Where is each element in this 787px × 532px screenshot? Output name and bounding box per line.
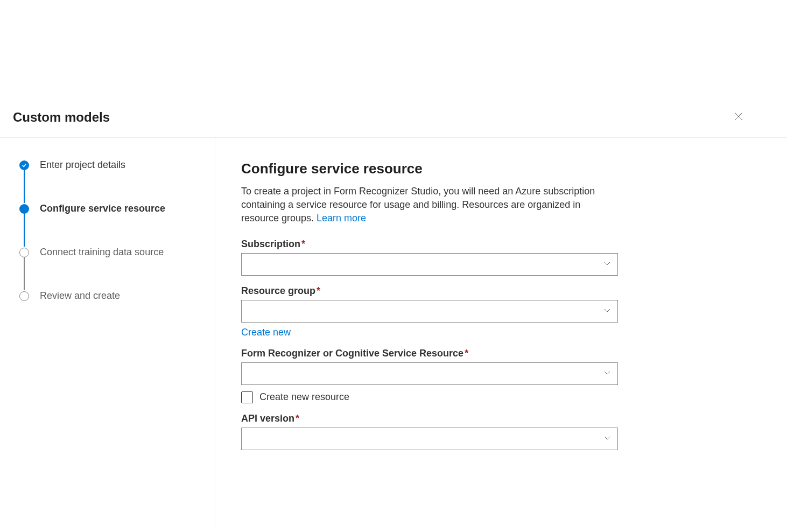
field-form-recognizer-resource: Form Recognizer or Cognitive Service Res… [241, 348, 618, 403]
field-api-version: API version* [241, 413, 618, 450]
resource-group-label: Resource group* [241, 285, 618, 297]
subscription-label: Subscription* [241, 239, 618, 250]
learn-more-link[interactable]: Learn more [317, 213, 366, 223]
form-recognizer-label: Form Recognizer or Cognitive Service Res… [241, 348, 618, 359]
step-label: Configure service resource [40, 203, 165, 214]
create-new-resource-row: Create new resource [241, 391, 618, 403]
step-configure-service-resource[interactable]: Configure service resource [19, 203, 202, 247]
dialog-content: Enter project details Configure service … [0, 138, 787, 528]
create-new-resource-label: Create new resource [259, 391, 349, 403]
field-resource-group: Resource group* Create new [241, 285, 618, 338]
required-indicator: * [317, 285, 320, 296]
step-label: Connect training data source [40, 247, 164, 258]
required-indicator: * [465, 348, 468, 359]
step-label: Review and create [40, 290, 120, 302]
current-step-icon [19, 204, 29, 214]
pending-step-icon [19, 248, 29, 257]
create-new-resource-group-link[interactable]: Create new [241, 327, 291, 338]
required-indicator: * [301, 239, 305, 249]
close-button[interactable] [730, 108, 747, 127]
pending-step-icon [19, 291, 29, 301]
chevron-down-icon [603, 434, 611, 444]
step-enter-project-details[interactable]: Enter project details [19, 159, 202, 203]
step-connect-training-data-source[interactable]: Connect training data source [19, 247, 202, 290]
required-indicator: * [296, 413, 299, 424]
api-version-dropdown[interactable] [241, 428, 618, 450]
dialog-title: Custom models [13, 110, 110, 125]
chevron-down-icon [603, 260, 611, 269]
step-label: Enter project details [40, 159, 125, 171]
chevron-down-icon [603, 369, 611, 379]
step-connector [24, 256, 25, 290]
checkmark-icon [19, 160, 29, 170]
wizard-sidebar: Enter project details Configure service … [0, 138, 215, 528]
page-description: To create a project in Form Recognizer S… [241, 185, 618, 226]
field-subscription: Subscription* [241, 239, 618, 276]
description-text: To create a project in Form Recognizer S… [241, 186, 595, 223]
chevron-down-icon [603, 306, 611, 316]
step-list: Enter project details Configure service … [19, 159, 202, 302]
main-panel: Configure service resource To create a p… [215, 138, 787, 528]
api-version-label: API version* [241, 413, 618, 424]
close-icon [734, 112, 743, 122]
form-recognizer-dropdown[interactable] [241, 362, 618, 385]
create-new-resource-checkbox[interactable] [241, 391, 253, 403]
step-connector [24, 169, 25, 203]
subscription-dropdown[interactable] [241, 253, 618, 276]
page-title: Configure service resource [241, 160, 761, 177]
step-review-and-create[interactable]: Review and create [19, 290, 202, 302]
step-connector [24, 213, 25, 247]
resource-group-dropdown[interactable] [241, 300, 618, 323]
dialog-header: Custom models [0, 0, 787, 138]
